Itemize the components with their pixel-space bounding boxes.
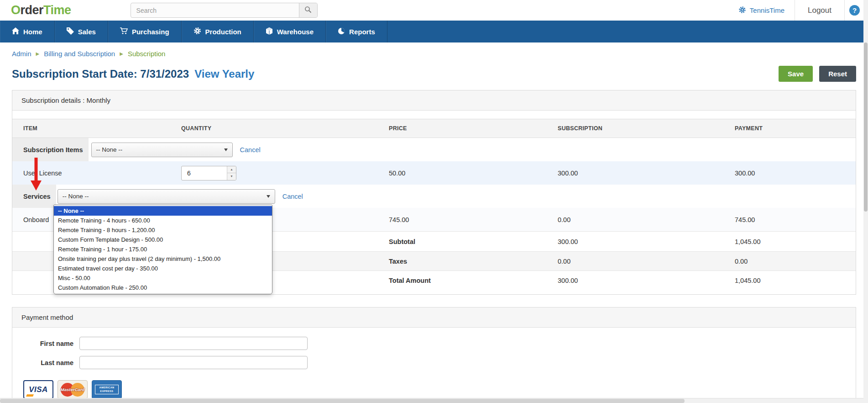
cart-icon [120, 27, 128, 36]
subscription-items-row: Subscription Items -- None -- Cancel [12, 138, 856, 161]
services-label: Services [12, 185, 56, 208]
total-amount-payment: 1,045.00 [724, 277, 856, 284]
stepper-down-button[interactable]: ▼ [227, 173, 236, 180]
subscription-items-select[interactable]: -- None -- [91, 143, 233, 157]
global-search [131, 3, 318, 18]
chevron-down-icon [224, 148, 228, 151]
breadcrumb: Admin ▶ Billing and Subscription ▶ Subsc… [0, 42, 868, 60]
subscription-details-panel-title: Subscription details : Monthly [12, 90, 856, 111]
vertical-scrollbar[interactable] [863, 0, 868, 403]
taxes-subscription: 0.00 [547, 258, 724, 265]
vertical-scrollbar-thumb[interactable] [864, 42, 868, 212]
first-name-label: First name [23, 340, 73, 347]
breadcrumb-admin[interactable]: Admin [12, 50, 31, 58]
chevron-right-icon: ▶ [36, 51, 40, 56]
nav-label: Warehouse [277, 28, 314, 36]
payment-method-panel-title: Payment method [12, 308, 856, 328]
logo-order-text: rder [21, 3, 44, 17]
accepted-cards: VISA MasterCard AMERICAN EXPRESS [23, 380, 856, 399]
subtotal-payment: 1,045.00 [724, 238, 856, 245]
tag-icon [67, 27, 74, 36]
nav-item-home[interactable]: Home [0, 21, 55, 42]
stepper-buttons: ▲ ▼ [227, 166, 236, 180]
user-license-price: 50.00 [378, 170, 547, 177]
search-input[interactable] [131, 3, 299, 17]
last-name-field[interactable] [79, 356, 308, 369]
gear-icon [738, 6, 746, 15]
search-button[interactable] [299, 3, 317, 17]
subscription-items-label: Subscription Items [12, 138, 89, 161]
action-buttons: Save Reset [779, 66, 856, 82]
subscription-items-cancel-link[interactable]: Cancel [240, 146, 261, 154]
taxes-label: Taxes [378, 258, 547, 265]
services-dropdown-list: -- None -- Remote Training - 4 hours - 6… [53, 205, 272, 294]
nav-item-warehouse[interactable]: Warehouse [254, 21, 326, 42]
stepper-up-button[interactable]: ▲ [227, 166, 236, 174]
subscription-items-select-value: -- None -- [96, 146, 123, 153]
user-license-label: User License [12, 170, 170, 177]
last-name-row: Last name [23, 356, 856, 369]
account-menu[interactable]: TennisTime [728, 6, 795, 15]
quantity-stepper: ▲ ▼ [181, 166, 236, 180]
save-button[interactable]: Save [779, 66, 813, 82]
dropdown-option[interactable]: Custom Form Template Design - 500.00 [54, 235, 272, 244]
horizontal-scrollbar[interactable] [0, 398, 868, 403]
column-header-quantity: QUANTITY [170, 125, 378, 132]
title-row: Subscription Start Date: 7/31/2023 View … [0, 60, 868, 90]
column-header-subscription: SUBSCRIPTION [547, 125, 724, 132]
home-icon [12, 27, 19, 36]
dropdown-option[interactable]: Estimated travel cost per day - 350.00 [54, 264, 272, 273]
nav-label: Home [23, 28, 42, 36]
dropdown-option[interactable]: Remote Training - 1 hour - 175.00 [54, 244, 272, 254]
services-select-value: -- None -- [63, 193, 89, 200]
amex-card-icon: AMERICAN EXPRESS [92, 380, 122, 399]
dropdown-option[interactable]: Remote Training - 4 hours - 650.00 [54, 216, 272, 225]
user-license-row: User License ▲ ▼ 50.00 300.00 300.00 [12, 161, 856, 185]
total-amount-subscription: 300.00 [547, 277, 724, 284]
dropdown-option[interactable]: Onsite training per day plus travel (2 d… [54, 254, 272, 264]
first-name-field[interactable] [79, 337, 308, 350]
account-name: TennisTime [750, 6, 784, 14]
visa-card-icon: VISA [23, 380, 53, 399]
search-icon [304, 6, 312, 15]
nav-item-reports[interactable]: Reports [326, 21, 387, 42]
services-cancel-link[interactable]: Cancel [282, 193, 303, 200]
dropdown-option[interactable]: Remote Training - 8 hours - 1,200.00 [54, 225, 272, 235]
view-yearly-link[interactable]: View Yearly [194, 68, 254, 80]
subtotal-subscription: 300.00 [547, 238, 724, 245]
chevron-right-icon: ▶ [120, 51, 123, 56]
nav-label: Reports [349, 28, 375, 36]
nav-item-sales[interactable]: Sales [55, 21, 108, 42]
last-name-label: Last name [23, 359, 73, 366]
main-navigation: Home Sales Purchasing Production Warehou… [0, 21, 868, 42]
gears-icon [193, 27, 201, 36]
horizontal-scrollbar-thumb[interactable] [0, 399, 685, 403]
dropdown-option[interactable]: Custom Automation Rule - 250.00 [54, 283, 272, 292]
first-name-row: First name [23, 337, 856, 350]
page-title: Subscription Start Date: 7/31/2023 [12, 68, 189, 80]
total-amount-label: Total Amount [378, 277, 547, 284]
logout-button[interactable]: Logout [795, 6, 844, 15]
column-header-item: ITEM [12, 125, 170, 132]
taxes-payment: 0.00 [724, 258, 856, 265]
user-license-payment: 300.00 [724, 170, 856, 177]
chevron-down-icon [267, 195, 270, 198]
help-icon: ? [849, 5, 860, 16]
subscription-details-body: ITEM QUANTITY PRICE SUBSCRIPTION PAYMENT… [12, 111, 856, 294]
ordertime-logo[interactable]: OrderTime [11, 3, 71, 17]
logo-letter-o: O [11, 3, 21, 17]
nav-item-purchasing[interactable]: Purchasing [108, 21, 182, 42]
nav-item-production[interactable]: Production [182, 21, 254, 42]
top-bar: OrderTime TennisTime Logout ? [0, 0, 868, 21]
services-select[interactable]: -- None -- [58, 189, 275, 204]
quantity-input[interactable] [182, 166, 227, 180]
column-header-payment: PAYMENT [724, 125, 856, 132]
breadcrumb-billing-and-subscription[interactable]: Billing and Subscription [44, 50, 115, 58]
nav-label: Sales [78, 28, 96, 36]
dropdown-option[interactable]: Misc - 50.00 [54, 273, 272, 283]
breadcrumb-subscription-current: Subscription [128, 50, 166, 58]
column-header-price: PRICE [378, 125, 547, 132]
reset-button[interactable]: Reset [819, 66, 856, 82]
dropdown-option-none[interactable]: -- None -- [54, 206, 272, 216]
logo-time-text: Time [43, 3, 71, 17]
